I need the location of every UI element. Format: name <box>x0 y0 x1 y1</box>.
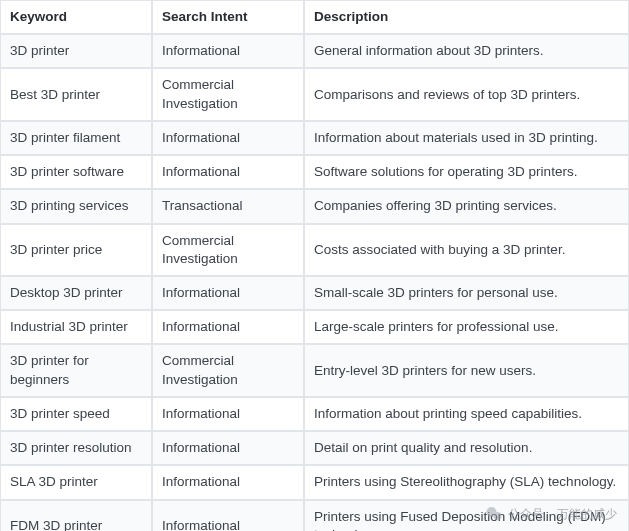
keywords-table: Keyword Search Intent Description 3D pri… <box>0 0 629 531</box>
cell-keyword: SLA 3D printer <box>0 465 152 499</box>
cell-description: Companies offering 3D printing services. <box>304 189 629 223</box>
cell-keyword: 3D printing services <box>0 189 152 223</box>
table-row: FDM 3D printerInformationalPrinters usin… <box>0 500 629 532</box>
cell-keyword: Desktop 3D printer <box>0 276 152 310</box>
cell-keyword: 3D printer for beginners <box>0 344 152 396</box>
cell-keyword: 3D printer resolution <box>0 431 152 465</box>
cell-intent: Commercial Investigation <box>152 224 304 276</box>
table-row: 3D printer resolutionInformationalDetail… <box>0 431 629 465</box>
cell-keyword: 3D printer speed <box>0 397 152 431</box>
cell-description: Software solutions for operating 3D prin… <box>304 155 629 189</box>
cell-intent: Informational <box>152 431 304 465</box>
table-row: 3D printer priceCommercial Investigation… <box>0 224 629 276</box>
cell-description: Costs associated with buying a 3D printe… <box>304 224 629 276</box>
cell-keyword: 3D printer software <box>0 155 152 189</box>
cell-intent: Commercial Investigation <box>152 344 304 396</box>
table-row: 3D printer speedInformationalInformation… <box>0 397 629 431</box>
table-row: 3D printer filamentInformationalInformat… <box>0 121 629 155</box>
cell-intent: Informational <box>152 465 304 499</box>
cell-description: Entry-level 3D printers for new users. <box>304 344 629 396</box>
cell-keyword: Best 3D printer <box>0 68 152 120</box>
cell-keyword: 3D printer price <box>0 224 152 276</box>
cell-description: Small-scale 3D printers for personal use… <box>304 276 629 310</box>
cell-keyword: 3D printer filament <box>0 121 152 155</box>
cell-intent: Commercial Investigation <box>152 68 304 120</box>
cell-description: Printers using Fused Deposition Modeling… <box>304 500 629 532</box>
cell-intent: Informational <box>152 155 304 189</box>
table-row: 3D printer softwareInformationalSoftware… <box>0 155 629 189</box>
cell-intent: Transactional <box>152 189 304 223</box>
cell-intent: Informational <box>152 397 304 431</box>
cell-intent: Informational <box>152 500 304 532</box>
cell-keyword: Industrial 3D printer <box>0 310 152 344</box>
cell-keyword: 3D printer <box>0 34 152 68</box>
cell-description: Printers using Stereolithography (SLA) t… <box>304 465 629 499</box>
cell-description: General information about 3D printers. <box>304 34 629 68</box>
table-row: Desktop 3D printerInformationalSmall-sca… <box>0 276 629 310</box>
cell-intent: Informational <box>152 276 304 310</box>
table-row: Best 3D printerCommercial InvestigationC… <box>0 68 629 120</box>
cell-description: Information about printing speed capabil… <box>304 397 629 431</box>
col-header-keyword: Keyword <box>0 0 152 34</box>
cell-intent: Informational <box>152 121 304 155</box>
table-header-row: Keyword Search Intent Description <box>0 0 629 34</box>
table-row: 3D printerInformationalGeneral informati… <box>0 34 629 68</box>
cell-description: Comparisons and reviews of top 3D printe… <box>304 68 629 120</box>
table-row: 3D printing servicesTransactionalCompani… <box>0 189 629 223</box>
col-header-intent: Search Intent <box>152 0 304 34</box>
col-header-description: Description <box>304 0 629 34</box>
cell-intent: Informational <box>152 34 304 68</box>
table-row: SLA 3D printerInformationalPrinters usin… <box>0 465 629 499</box>
cell-intent: Informational <box>152 310 304 344</box>
table-row: Industrial 3D printerInformationalLarge-… <box>0 310 629 344</box>
table-row: 3D printer for beginnersCommercial Inves… <box>0 344 629 396</box>
cell-description: Large-scale printers for professional us… <box>304 310 629 344</box>
cell-keyword: FDM 3D printer <box>0 500 152 532</box>
cell-description: Information about materials used in 3D p… <box>304 121 629 155</box>
cell-description: Detail on print quality and resolution. <box>304 431 629 465</box>
